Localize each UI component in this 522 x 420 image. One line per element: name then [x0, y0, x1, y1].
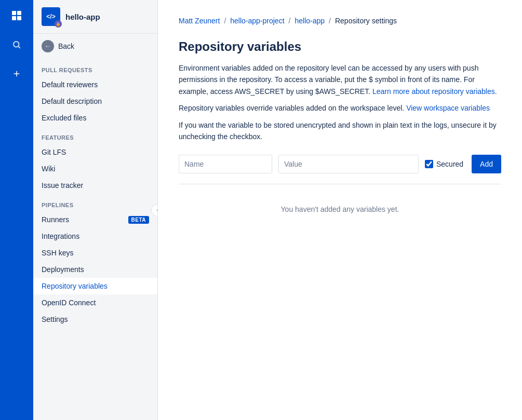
- back-label: Back: [58, 42, 74, 50]
- back-icon: ←: [42, 40, 54, 52]
- sidebar-item-runners[interactable]: Runners BETA: [33, 211, 157, 228]
- learn-more-link[interactable]: Learn more about repository variables.: [372, 87, 497, 96]
- section-label-pull-requests: PULL REQUESTS: [33, 59, 157, 76]
- secured-checkbox[interactable]: [425, 160, 433, 168]
- sidebar-item-ssh-keys[interactable]: SSH keys: [33, 245, 157, 261]
- section-label-pipelines: PIPELINES: [33, 194, 157, 211]
- main-content: Matt Zeunert / hello-app-project / hello…: [158, 0, 522, 420]
- page-title: Repository variables: [179, 39, 501, 54]
- sidebar-item-deployments[interactable]: Deployments: [33, 261, 157, 278]
- sidebar-item-settings[interactable]: Settings: [33, 311, 157, 328]
- breadcrumb-sep-2: /: [289, 17, 291, 25]
- add-button[interactable]: Add: [472, 155, 501, 173]
- breadcrumb-item-repo[interactable]: hello-app: [295, 17, 325, 25]
- svg-line-5: [18, 46, 20, 48]
- breadcrumb-sep-3: /: [329, 17, 331, 25]
- breadcrumb-sep-1: /: [224, 17, 226, 25]
- section-label-features: FEATURES: [33, 126, 157, 144]
- add-variable-form: Secured Add: [179, 155, 501, 184]
- sidebar-header: </> 🔒 hello-app ‹: [33, 0, 157, 34]
- sidebar-item-excluded-files[interactable]: Excluded files: [33, 110, 157, 126]
- breadcrumb: Matt Zeunert / hello-app-project / hello…: [179, 17, 501, 25]
- app-logo[interactable]: [7, 6, 26, 25]
- sidebar-item-repository-variables[interactable]: Repository variables: [33, 278, 157, 294]
- breadcrumb-current: Repository settings: [335, 17, 397, 25]
- repo-name: hello-app: [65, 12, 100, 21]
- svg-point-4: [14, 42, 19, 47]
- svg-rect-0: [12, 11, 16, 15]
- sidebar-item-git-lfs[interactable]: Git LFS: [33, 144, 157, 160]
- sidebar: </> 🔒 hello-app ‹ ← Back PULL REQUESTS D…: [33, 0, 158, 420]
- repo-icon-badge: 🔒: [55, 20, 62, 28]
- svg-rect-2: [12, 16, 16, 20]
- breadcrumb-item-user[interactable]: Matt Zeunert: [179, 17, 220, 25]
- sidebar-item-wiki[interactable]: Wiki: [33, 160, 157, 177]
- beta-badge: BETA: [128, 216, 149, 224]
- name-input[interactable]: [179, 155, 272, 173]
- search-icon[interactable]: [7, 35, 26, 54]
- repo-icon: </> 🔒: [42, 7, 60, 26]
- empty-state: You haven't added any variables yet.: [179, 184, 501, 234]
- sidebar-item-issue-tracker[interactable]: Issue tracker: [33, 177, 157, 194]
- breadcrumb-item-project[interactable]: hello-app-project: [230, 17, 284, 25]
- svg-rect-1: [17, 11, 21, 15]
- secured-label: Secured: [425, 160, 463, 168]
- global-nav: [0, 0, 33, 420]
- sidebar-item-default-reviewers[interactable]: Default reviewers: [33, 76, 157, 93]
- description-3: If you want the variable to be stored un…: [179, 119, 501, 143]
- svg-rect-3: [17, 16, 21, 20]
- view-workspace-link[interactable]: View workspace variables: [406, 104, 490, 112]
- back-button[interactable]: ← Back: [33, 34, 157, 59]
- sidebar-item-openid-connect[interactable]: OpenID Connect: [33, 294, 157, 311]
- create-icon[interactable]: [7, 64, 26, 83]
- sidebar-item-integrations[interactable]: Integrations: [33, 228, 157, 245]
- value-input[interactable]: [278, 155, 419, 173]
- description-1: Environment variables added on the repos…: [179, 62, 501, 97]
- sidebar-item-default-description[interactable]: Default description: [33, 93, 157, 110]
- description-2: Repository variables override variables …: [179, 102, 501, 114]
